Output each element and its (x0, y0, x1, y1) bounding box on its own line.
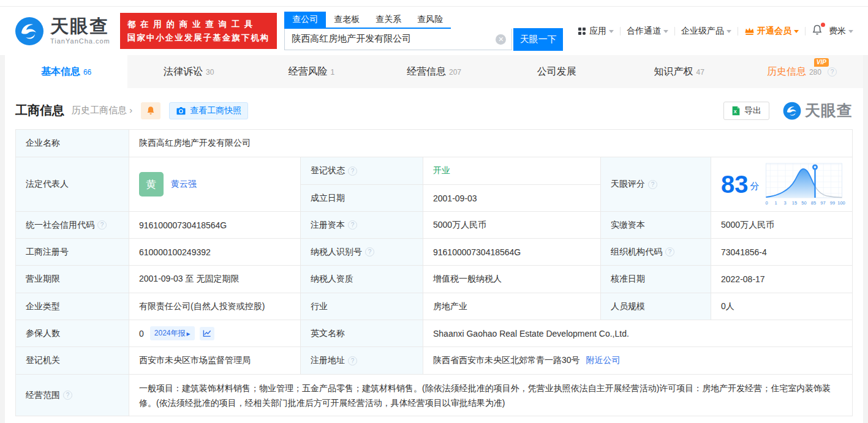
company-type-value: 有限责任公司(自然人投资或控股) (129, 293, 301, 320)
field-label-score: 天眼评分? (601, 157, 711, 212)
field-label-company-type: 企业类型 (16, 293, 129, 320)
help-icon[interactable]: ? (63, 391, 72, 400)
view-business-snapshot-button[interactable]: 查看工商快照 (169, 102, 248, 119)
export-button[interactable]: X 导出 (723, 102, 769, 120)
chevron-down-icon (663, 30, 668, 33)
taxpayer-quality-value: 增值税一般纳税人 (423, 266, 601, 293)
svg-text:0: 0 (765, 200, 768, 206)
tianyancha-logo[interactable]: 天眼查 TianYanCha.com (15, 17, 110, 46)
divider (674, 27, 675, 36)
help-icon[interactable]: ? (97, 220, 107, 230)
tianyancha-logo-icon (15, 17, 44, 46)
subscribe-alert-button[interactable] (141, 102, 160, 119)
search-tab-relation[interactable]: 查关系 (368, 12, 409, 28)
tab-company-development[interactable]: 公司发展 (496, 55, 618, 88)
search-input[interactable] (284, 29, 512, 50)
top-nav: 应用 合作通道 企业级产品 开通会员 费米 (578, 24, 853, 37)
field-label-reg-status: 登记状态? (301, 157, 423, 185)
chevron-down-icon (848, 30, 853, 33)
est-date-value: 2001-09-03 (423, 185, 601, 212)
page-top-gap (0, 0, 868, 6)
biz-scope-value: 一般项目：建筑装饰材料销售；物业管理；五金产品零售；建筑材料销售。(除依法须经批… (129, 375, 853, 416)
search-tab-company[interactable]: 查公司 (284, 12, 326, 28)
section-title: 工商信息 (15, 102, 64, 119)
section-header: 工商信息 历史工商信息 › 查看工商快照 X 导出 天眼查 (5, 88, 863, 129)
logo-brand-text: 天眼查 (50, 17, 110, 36)
approval-date-value: 2022-08-17 (711, 266, 853, 293)
svg-text:85: 85 (811, 200, 816, 206)
notification-dot (821, 23, 825, 27)
tab-history-info[interactable]: VIP 历史信息280 ? (741, 55, 863, 88)
notifications-bell[interactable] (812, 24, 823, 37)
field-label-approval-date: 核准日期 (601, 266, 711, 293)
excel-icon: X (731, 106, 741, 116)
legal-rep-cell: 黄 黄云强 (129, 157, 301, 212)
field-label-paid-capital: 实缴资本 (601, 212, 711, 239)
svg-text:97: 97 (820, 200, 825, 206)
chevron-down-icon (609, 30, 614, 33)
field-label-reg-authority: 登记机关 (16, 347, 129, 375)
taxpayer-id-value: 91610000730418564G (423, 239, 601, 266)
svg-text:99: 99 (830, 200, 835, 206)
field-label-taxpayer-id: 纳税人识别号? (301, 239, 423, 266)
nav-user-menu[interactable]: 费米 (829, 26, 853, 37)
reg-number-value: 610000100249392 (129, 239, 301, 266)
nearby-companies-link[interactable]: 附近公司 (586, 355, 621, 366)
site-header: 天眼查 TianYanCha.com 都 在 用 的 商 业 查 询 工 具 国… (0, 6, 868, 55)
search-tab-boss[interactable]: 查老板 (326, 12, 368, 28)
legal-rep-avatar[interactable]: 黄 (139, 172, 164, 197)
help-icon[interactable]: ? (828, 67, 837, 77)
slogan-line1: 都 在 用 的 商 业 查 询 工 具 (127, 18, 270, 31)
svg-text:1: 1 (774, 200, 777, 206)
svg-text:15: 15 (792, 200, 797, 206)
search-button[interactable]: 天眼一下 (513, 28, 563, 51)
annual-report-badge[interactable]: 2024年报▸ (150, 326, 195, 340)
search-tab-risk[interactable]: 查风险 (409, 12, 451, 28)
field-label-reg-number: 工商注册号 (16, 239, 129, 266)
nav-open-vip[interactable]: 开通会员 (744, 26, 799, 37)
apps-grid-icon (578, 28, 586, 35)
bell-icon (146, 106, 156, 116)
caret-right-icon: ▸ (187, 329, 191, 338)
svg-text:X: X (734, 108, 737, 114)
help-icon[interactable]: ? (348, 356, 357, 365)
score-distribution-chart[interactable]: 0 1 3 15 50 85 97 99 100 (761, 159, 846, 210)
tab-basic-info[interactable]: 基本信息66 (5, 55, 127, 88)
tab-legal-lawsuits[interactable]: 法律诉讼30 (127, 55, 250, 88)
field-label-taxpayer-quality: 纳税人资质 (301, 266, 423, 293)
business-info-table: 企业名称 陕西高红房地产开发有限公司 法定代表人 黄 黄云强 登记状态? 开业 … (15, 129, 853, 416)
trend-chart-button[interactable] (200, 327, 214, 340)
help-icon[interactable]: ? (365, 247, 374, 256)
field-label-credit-code: 统一社会信用代码? (16, 212, 129, 239)
nav-apps[interactable]: 应用 (578, 26, 614, 37)
field-label-biz-scope: 经营范围? (16, 375, 129, 416)
svg-text:100: 100 (837, 200, 845, 206)
help-icon[interactable]: ? (348, 167, 357, 176)
score-cell: 83 分 (711, 157, 853, 212)
english-name-value: Shaanxi Gaohao Real Estate Development C… (423, 320, 853, 347)
search-tabs: 查公司 查老板 查关系 查风险 (284, 12, 451, 29)
svg-text:50: 50 (801, 200, 806, 206)
help-icon[interactable]: ? (665, 247, 674, 256)
help-icon[interactable]: ? (348, 220, 357, 230)
field-label-insured-count: 参保人数 (16, 320, 129, 347)
tab-business-info[interactable]: 经营信息207 (372, 55, 495, 88)
camera-icon (176, 107, 186, 115)
field-label-industry: 行业 (301, 293, 423, 320)
clear-search-icon[interactable]: ✕ (496, 34, 506, 45)
help-icon[interactable]: ? (648, 180, 657, 189)
tab-business-risk[interactable]: 经营风险1 (250, 55, 372, 88)
nav-enterprise-products[interactable]: 企业级产品 (681, 26, 731, 37)
tab-intellectual-property[interactable]: 知识产权47 (618, 55, 741, 88)
divider (620, 27, 621, 36)
legal-rep-link[interactable]: 黄云强 (171, 179, 197, 190)
reg-address-value: 陕西省西安市未央区北郊常青一路30号 (433, 355, 580, 366)
biz-term-value: 2001-09-03 至 无固定期限 (129, 266, 301, 293)
history-business-info-link[interactable]: 历史工商信息 › (72, 105, 132, 116)
credit-code-value: 91610000730418564G (129, 212, 301, 239)
paid-capital-value: 5000万人民币 (711, 212, 853, 239)
reg-status-value: 开业 (423, 157, 601, 185)
nav-partner-channel[interactable]: 合作通道 (627, 26, 668, 37)
org-code-value: 73041856-4 (711, 239, 853, 266)
field-label-org-code: 组织机构代码? (601, 239, 711, 266)
